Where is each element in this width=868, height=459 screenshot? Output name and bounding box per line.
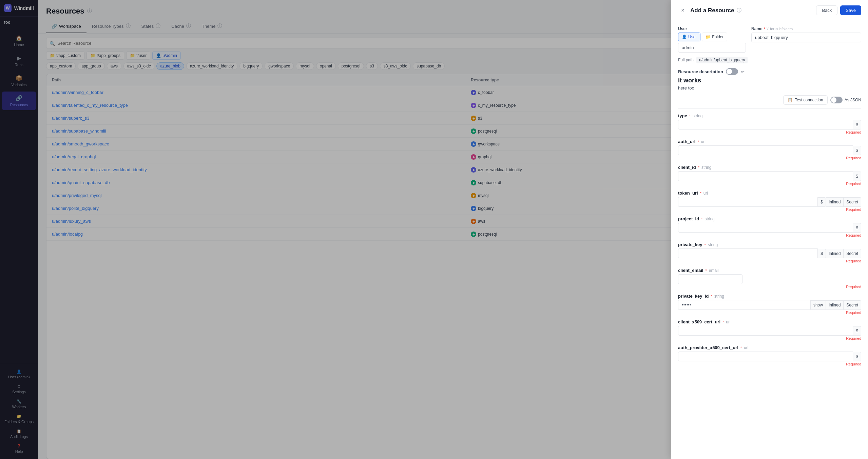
test-conn-icon: 📋 bbox=[788, 98, 793, 102]
field-required-star: * bbox=[740, 346, 742, 350]
type-input[interactable] bbox=[678, 120, 853, 129]
input-row: show Inlined Secret bbox=[678, 300, 861, 310]
dollar-button[interactable]: $ bbox=[853, 352, 861, 361]
dollar-button[interactable]: $ bbox=[818, 197, 826, 207]
save-button[interactable]: Save bbox=[840, 5, 861, 15]
field-required-star: * bbox=[705, 268, 707, 273]
required-text: Required bbox=[678, 259, 861, 263]
private_key_id-input[interactable] bbox=[678, 300, 811, 310]
user-pill-icon: 👤 bbox=[682, 35, 687, 39]
folder-pill-icon: 📁 bbox=[706, 35, 711, 39]
field-required-star: * bbox=[711, 294, 712, 298]
form-field-client_x509_cert_url: client_x509_cert_url * url $ Required bbox=[678, 319, 861, 340]
input-row: $ Inlined Secret bbox=[678, 248, 861, 258]
token_uri-input[interactable] bbox=[678, 197, 818, 207]
folder-tab-pill[interactable]: 📁 Folder bbox=[702, 33, 727, 41]
resource-desc-section: Resource description ✏ it works here too bbox=[678, 68, 861, 91]
project_id-input[interactable] bbox=[678, 223, 853, 233]
field-type: string bbox=[705, 217, 714, 221]
client_email-input[interactable] bbox=[678, 274, 742, 284]
field-name: private_key bbox=[678, 242, 702, 247]
toolbar-row: 📋 Test connection As JSON bbox=[678, 95, 861, 108]
user-tab-pill[interactable]: 👤 User bbox=[678, 33, 700, 41]
inlined-button[interactable]: Inlined bbox=[826, 300, 844, 310]
user-select-row: 👤 User 📁 Folder bbox=[678, 33, 746, 41]
client_id-input[interactable] bbox=[678, 171, 853, 181]
dollar-button[interactable]: $ bbox=[853, 223, 861, 233]
dollar-button[interactable]: $ bbox=[818, 249, 826, 258]
form-field-client_id: client_id * string $ Required bbox=[678, 165, 861, 186]
resource-desc-title: Resource description bbox=[678, 69, 723, 74]
toggle-knob bbox=[727, 69, 732, 74]
auth_url-input[interactable] bbox=[678, 145, 853, 155]
required-text: Required bbox=[678, 233, 861, 237]
name-field-label: Name * '/' for subfolders bbox=[751, 26, 861, 31]
input-row: $ bbox=[678, 171, 861, 181]
drawer-info-icon[interactable]: ⓘ bbox=[737, 7, 741, 14]
field-type: string bbox=[701, 165, 711, 170]
show-button[interactable]: show bbox=[811, 300, 826, 310]
dollar-button[interactable]: $ bbox=[853, 326, 861, 336]
resource-desc-header: Resource description ✏ bbox=[678, 68, 861, 75]
required-text: Required bbox=[678, 182, 861, 186]
private_key-input[interactable] bbox=[678, 248, 818, 258]
field-header: project_id * string bbox=[678, 216, 861, 221]
name-field-group: Name * '/' for subfolders bbox=[751, 26, 861, 53]
desc-body: here too bbox=[678, 85, 861, 91]
secret-button[interactable]: Secret bbox=[844, 197, 861, 207]
field-type: url bbox=[703, 191, 708, 196]
field-type: url bbox=[726, 320, 730, 324]
as-json-switch[interactable] bbox=[830, 97, 843, 103]
name-hint: '/' for subfolders bbox=[767, 27, 793, 31]
field-type: url bbox=[701, 139, 706, 144]
field-type: email bbox=[709, 268, 719, 273]
dollar-button[interactable]: $ bbox=[853, 120, 861, 129]
form-field-client_email: client_email * email Required bbox=[678, 268, 861, 289]
required-text: Required bbox=[678, 207, 861, 212]
field-required-star: * bbox=[700, 191, 701, 195]
field-header: type * string bbox=[678, 113, 861, 118]
field-header: private_key * string bbox=[678, 242, 861, 247]
dollar-button[interactable]: $ bbox=[853, 172, 861, 181]
field-required-star: * bbox=[722, 320, 724, 324]
field-header: client_id * string bbox=[678, 165, 861, 170]
resource-desc-toggle[interactable] bbox=[726, 68, 738, 75]
field-header: client_x509_cert_url * url bbox=[678, 319, 861, 324]
input-row: $ bbox=[678, 145, 861, 155]
drawer-actions: Back Save bbox=[816, 5, 861, 15]
field-name: type bbox=[678, 113, 687, 118]
inlined-button[interactable]: Inlined bbox=[826, 249, 844, 258]
field-required-star: * bbox=[705, 243, 706, 247]
field-header: token_uri * url bbox=[678, 191, 861, 196]
input-row: $ Inlined Secret bbox=[678, 197, 861, 207]
full-path-label: Full path bbox=[678, 58, 694, 62]
drawer-body: User 👤 User 📁 Folder Name * bbox=[671, 21, 868, 459]
form-field-type: type * string $ Required bbox=[678, 113, 861, 134]
back-button[interactable]: Back bbox=[816, 5, 837, 15]
field-name: client_email bbox=[678, 268, 703, 273]
required-text: Required bbox=[678, 156, 861, 160]
auth_provider_x509_cert_url-input[interactable] bbox=[678, 352, 853, 361]
required-text: Required bbox=[678, 362, 861, 366]
edit-desc-button[interactable]: ✏ bbox=[741, 69, 745, 74]
field-type: string bbox=[693, 114, 702, 118]
test-connection-button[interactable]: 📋 Test connection bbox=[783, 95, 827, 105]
drawer-header: × Add a Resource ⓘ Back Save bbox=[671, 0, 868, 21]
toggle-knob-json bbox=[831, 97, 836, 103]
secret-button[interactable]: Secret bbox=[844, 249, 861, 258]
secret-button[interactable]: Secret bbox=[844, 300, 861, 310]
close-button[interactable]: × bbox=[678, 6, 688, 15]
inlined-button[interactable]: Inlined bbox=[826, 197, 844, 207]
dollar-button[interactable]: $ bbox=[853, 146, 861, 155]
field-required-star: * bbox=[701, 217, 702, 221]
user-input[interactable] bbox=[678, 43, 746, 53]
client_x509_cert_url-input[interactable] bbox=[678, 326, 853, 336]
field-name: token_uri bbox=[678, 191, 698, 196]
name-input[interactable] bbox=[751, 33, 861, 42]
full-path-row: Full path u/admin/upbeat_bigquery bbox=[678, 57, 861, 63]
user-field-group: User 👤 User 📁 Folder bbox=[678, 26, 746, 53]
field-name: private_key_id bbox=[678, 294, 709, 299]
field-name: project_id bbox=[678, 216, 699, 221]
user-field-label: User bbox=[678, 26, 746, 31]
required-text: Required bbox=[678, 285, 861, 289]
